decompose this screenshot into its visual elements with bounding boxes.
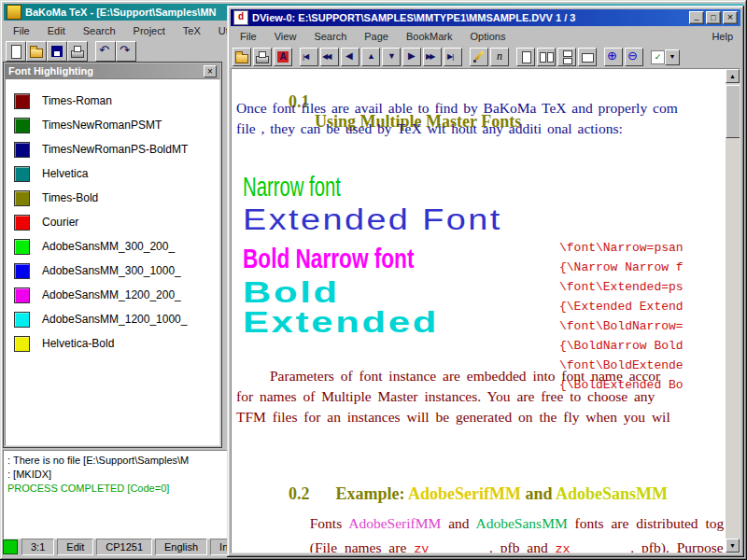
font-label: AdobeSansMM_1200_200_ [42, 288, 181, 301]
dview-titlebar[interactable]: DView-0: E:\SUPPORT\SAMPLES\MMTYPE1\MMSA… [231, 9, 740, 26]
open-button[interactable] [233, 48, 251, 66]
font-item-adobesansmm-300-1000[interactable]: AdobeSansMM_300_1000_ [14, 259, 219, 283]
font-item-helvetica-bold[interactable]: Helvetica-Bold [14, 331, 219, 356]
font-item-adobesansmm-1200-200[interactable]: AdobeSansMM_1200_200_ [14, 283, 219, 307]
vertical-scrollbar[interactable] [726, 69, 740, 553]
font-panel-titlebar[interactable]: Font Highlighting [5, 63, 220, 78]
font-color-swatch [14, 166, 30, 182]
maximize-icon[interactable] [706, 11, 721, 24]
font-item-times-roman[interactable]: Times-Roman [14, 89, 219, 113]
menu-help[interactable]: Help [706, 29, 739, 44]
scroll-up-arrow-icon[interactable] [726, 69, 740, 83]
fit-width-button[interactable] [578, 48, 597, 66]
dview-menu-items: FileViewSearchPageBookMarkOptions [233, 29, 513, 44]
font-item-helvetica[interactable]: Helvetica [14, 161, 219, 186]
facing-pages-button[interactable] [537, 48, 556, 66]
font-color-swatch [14, 142, 30, 158]
note-n-icon [492, 49, 507, 64]
save-button[interactable] [47, 41, 67, 62]
font-list: Times-Roman TimesNewRomanPSMT TimesNewRo… [5, 78, 220, 446]
font-color-swatch [14, 190, 30, 206]
single-page-button[interactable] [516, 48, 535, 66]
process-log: : There is no file [E:\Support\Samples\M… [3, 450, 230, 539]
paragraph-intro: Once font files are avail able to find b… [236, 98, 726, 139]
font-item-adobesansmm-1200-1000[interactable]: AdobeSansMM_1200_1000_ [14, 307, 219, 331]
font-item-timesnewromanps-boldmt[interactable]: TimesNewRomanPS-BoldMT [14, 137, 219, 161]
font-item-timesnewromanpsmt[interactable]: TimesNewRomanPSMT [14, 113, 219, 137]
menu-file[interactable]: File [6, 23, 37, 38]
font-highlighting-panel: Font Highlighting Times-Roman TimesNewRo… [3, 62, 222, 448]
scroll-up-button[interactable] [361, 48, 380, 66]
scrollbar-thumb[interactable] [726, 85, 740, 138]
checkmark-icon [651, 50, 665, 64]
extended-font-sample: Extended Font [243, 203, 502, 237]
font-color-swatch [14, 287, 30, 303]
open-button[interactable] [26, 41, 47, 62]
code-line: \font\Extended=ps [559, 277, 726, 297]
scroll-down-button[interactable] [382, 48, 401, 66]
dview-window-title: DView-0: E:\SUPPORT\SAMPLES\MMTYPE1\MMSA… [252, 12, 575, 23]
new-document-button[interactable] [6, 41, 26, 62]
bakoma-app-icon[interactable] [7, 5, 21, 20]
font-item-adobesansmm-300-200[interactable]: AdobeSansMM_300_200_ [14, 234, 219, 259]
font-label: Helvetica-Bold [42, 337, 114, 350]
minimize-icon[interactable] [689, 11, 704, 24]
menu-search[interactable]: Search [76, 23, 123, 38]
previous-page-button[interactable] [341, 48, 359, 66]
first-page-button[interactable] [300, 48, 318, 66]
dview-app-icon[interactable] [233, 10, 248, 25]
menu-bookmark[interactable]: BookMark [399, 29, 460, 44]
font-item-courier[interactable]: Courier [14, 210, 219, 234]
font-label: AdobeSansMM_300_1000_ [42, 264, 181, 277]
scroll-down-arrow-icon[interactable] [726, 539, 740, 553]
last-page-button[interactable] [444, 48, 462, 66]
zoom-in-button[interactable] [604, 48, 623, 66]
zy-file-code: zy_______ [414, 542, 482, 553]
menu-project[interactable]: Project [126, 23, 173, 38]
menu-view[interactable]: View [267, 29, 304, 44]
next-page-button[interactable] [402, 48, 421, 66]
pdf-export-button[interactable] [274, 48, 292, 66]
fit-width-icon [580, 49, 595, 64]
document-viewport[interactable]: 0.1 Using Multiple Master Fonts Once fon… [231, 68, 740, 553]
print-button[interactable] [253, 48, 272, 66]
paragraph-line: Parameters of font instance are embedded… [236, 366, 726, 386]
annotate-pen-button[interactable] [470, 48, 488, 66]
log-line: : There is no file [E:\Support\Samples\M [7, 454, 225, 468]
font-panel-title: Font Highlighting [8, 65, 93, 77]
undo-button[interactable] [95, 41, 116, 62]
menu-tex[interactable]: TeX [176, 23, 208, 38]
dropdown-arrow-icon[interactable] [665, 49, 680, 65]
print-button[interactable] [67, 41, 88, 62]
font-color-swatch [14, 215, 30, 231]
menu-file[interactable]: File [233, 29, 264, 44]
status-language: English [155, 539, 207, 555]
status-mode: Edit [57, 539, 93, 555]
page-mode-combo[interactable] [651, 49, 680, 65]
log-line: : [MKIDX] [7, 468, 225, 482]
bold-narrow-font-sample: Bold Narrow font [243, 244, 414, 274]
continuous-page-icon [559, 49, 574, 64]
last-page-icon [445, 49, 460, 64]
note-button[interactable] [490, 48, 509, 66]
menu-edit[interactable]: Edit [40, 23, 73, 38]
zoom-out-icon [627, 49, 641, 64]
font-item-times-bold[interactable]: Times-Bold [14, 186, 219, 210]
menu-search[interactable]: Search [306, 29, 354, 44]
close-icon[interactable] [204, 65, 217, 77]
font-color-swatch [14, 336, 30, 352]
double-page-icon [539, 49, 554, 64]
code-line: {\Narrow Narrow f [559, 258, 726, 277]
status-cursor-position: 3:1 [21, 539, 54, 555]
close-icon[interactable] [723, 11, 738, 24]
bold-extended-font-sample-line2: Extended [243, 306, 439, 340]
continuous-view-button[interactable] [557, 48, 576, 66]
forward-10-pages-button[interactable] [423, 48, 442, 66]
redo-button[interactable] [116, 41, 136, 62]
menu-options[interactable]: Options [462, 29, 513, 44]
back-10-pages-button[interactable] [320, 48, 339, 66]
paragraph-text: (File names are [310, 539, 414, 553]
menu-page[interactable]: Page [357, 29, 396, 44]
zoom-out-button[interactable] [625, 48, 643, 66]
font-color-swatch [14, 312, 30, 328]
